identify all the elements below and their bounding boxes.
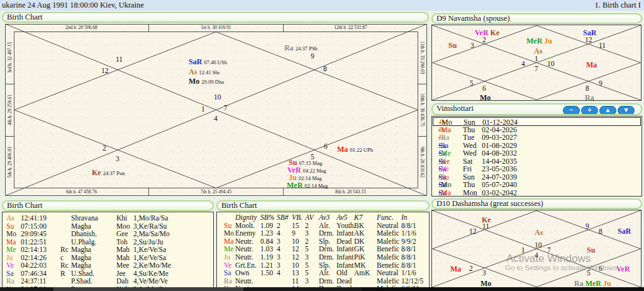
positions-table-title: Birth Chart (7, 201, 43, 210)
strength-cell: 3 (305, 253, 309, 261)
strength-cell: PiK (354, 253, 365, 261)
positions-table-header: Birth Chart (2, 200, 214, 211)
planet-name: Ra (6, 277, 14, 285)
planet-label: As (534, 45, 544, 56)
dasha-row[interactable]: Sa-SuSun24-07-2039 (433, 173, 641, 181)
dasha-expand-button[interactable]: + (581, 106, 598, 115)
dasha-row[interactable]: Sa-SaWed01-08-2029 (433, 141, 641, 149)
planet-label: Ma01:22 UPh (337, 143, 375, 154)
house-number: 4 (521, 60, 525, 67)
planet-name: Sa (224, 269, 231, 277)
planet-name: Ma (224, 237, 233, 245)
strength-header-row: DignitySB%SB#VB.AVAv3Av5K7Func.In (217, 214, 429, 222)
d10-chart-content: 121198110742365KeAsSaRSuMaVeRMoRaMeRJu (432, 210, 641, 287)
strength-cell: Malefic (377, 253, 399, 261)
planet-name: VeR (475, 28, 489, 37)
dasha-row[interactable]: Sa-KeSat14-04-2035 (433, 157, 641, 165)
dasha-row[interactable]: Ju-RaTue09-03-2027 (433, 133, 641, 141)
strength-cell: 12 (292, 253, 299, 261)
strength-cell: 5 (305, 269, 309, 277)
main-birth-chart[interactable]: 2nd h. 20 506.681st h. 30 416.9112th h. … (5, 24, 427, 196)
strength-cell: Alr. (319, 269, 330, 277)
house-number: 4 (214, 115, 218, 122)
position-cell: Toh (116, 238, 128, 246)
strength-cell: 8/8/1 (401, 245, 416, 253)
house-number: 5 (470, 79, 474, 87)
strength-cell: MK (354, 261, 366, 269)
strength-cell: Dead (336, 237, 352, 245)
strength-cell: Neutr. (235, 245, 253, 253)
position-cell: 07:46:34 (21, 270, 47, 277)
dasha-contract-button[interactable]: − (563, 106, 580, 115)
position-cell: U.Phalg. (71, 238, 96, 246)
position-cell: Dah (116, 277, 128, 285)
planet-name: SaR (583, 28, 596, 37)
dasha-row[interactable]: Sa-MoThu05-07-2040 (433, 180, 641, 188)
planet-name: Ve (224, 261, 231, 269)
planet-name: Ra (574, 279, 584, 288)
position-cell: 07:15:00 (21, 222, 47, 230)
planet-name: Mo (480, 93, 491, 102)
strength-cell: Grt.En. (235, 261, 257, 269)
d10-dashamsha-chart[interactable]: 121198110742365KeAsSaRSuMaVeRMoRaMeRJu (431, 210, 641, 288)
position-cell: 04:22:03 (21, 261, 47, 269)
position-cell: 12:41:19 (21, 214, 47, 222)
bottom-edge-bar (0, 287, 644, 291)
strength-cell: 11 (292, 277, 299, 285)
column-header: VB. (292, 214, 303, 221)
d9-navamsha-chart[interactable]: 321211141075698VeRKeSuMeRJuAsSaRMaMoRa (431, 25, 641, 101)
planet-name: Ke (92, 168, 101, 177)
house-number: 7 (224, 104, 228, 111)
position-row: Me02:14:13RcMaghaMah1,Ke/Ve/Sa (3, 246, 213, 254)
house-number: 6 (324, 142, 328, 150)
dasha-down-button[interactable]: ▼ (618, 106, 635, 115)
strength-cell: 9 (292, 229, 296, 237)
d9-chart-title: D9 Navamsha (spouse) (436, 14, 510, 23)
strength-row: JuNeutr.1.193123Drm.InfantPiKMalefic8/8/… (217, 253, 429, 261)
strength-cell: Benefic (377, 245, 399, 253)
strength-cell: 3 (305, 229, 309, 237)
vimshottari-list[interactable]: Ju-MoSun01-12-2024Ju-MaThu02-04-2026Ju-R… (431, 116, 642, 197)
dasha-up-button[interactable]: ▲ (599, 106, 616, 115)
planet-name: Ju (6, 254, 13, 261)
dasha-row[interactable]: Sa-MeWed04-08-2032 (433, 149, 641, 157)
strength-cell: 5 (305, 261, 309, 269)
planet-name: Ke (491, 28, 500, 37)
app-window: ukarine 24 Aug 1991 18:00:00 Kiev, Ukrai… (0, 0, 644, 291)
strength-cell: 4 (277, 245, 280, 253)
house-number: 1 (201, 105, 205, 113)
planet-label: MeR02:14 Mag (287, 179, 330, 190)
strength-cell: Neutr. (235, 253, 253, 261)
planet-name: Mo (189, 77, 199, 86)
strength-cell: 10 (292, 237, 299, 245)
title-bar: ukarine 24 Aug 1991 18:00:00 Kiev, Ukrai… (0, 0, 644, 11)
strength-cell: Neutral (377, 269, 398, 277)
position-cell: 2,Ma/Sa/Mo (133, 230, 170, 237)
position-cell: 2,Su/Ju/Ju (133, 238, 164, 246)
strength-row: MeNeutr.1.034125Drm.InfantGKBenefic8/8/1 (217, 245, 429, 253)
column-header: In (401, 214, 408, 221)
dasha-row[interactable]: Sa-MaMon03-02-2042 (433, 188, 641, 197)
position-row: As12:41:19ShravanaKhi1,Mo/Ra/Sa (3, 214, 213, 222)
planet-label: Ma (586, 59, 599, 70)
vimshottari-header: Vimshottari −+▲▼ (431, 103, 642, 115)
strength-cell: 0.84 (260, 237, 273, 245)
strength-cell: 9/9/2 (401, 237, 416, 245)
strength-cell: Alr. (319, 222, 330, 229)
main-chart-header: Birth Chart (2, 12, 429, 23)
position-cell: Mee (116, 261, 129, 269)
planet-name: Su (224, 222, 231, 229)
main-chart-title: Birth Chart (7, 13, 43, 21)
strength-cell: Infant (336, 261, 353, 269)
position-cell: 29:09:45 (21, 230, 47, 237)
planet-name: Ve (6, 261, 14, 269)
position-cell: 01:22:51 (21, 238, 47, 246)
d9-chart-content: 321211141075698VeRKeSuMeRJuAsSaRMaMoRa (432, 25, 641, 100)
dasha-row[interactable]: Ju-MaThu02-04-2026 (433, 125, 641, 134)
strength-cell: Slp. (319, 261, 330, 269)
dasha-row[interactable]: Sa-VeFri23-05-2036 (433, 164, 641, 173)
planet-name: Ke (482, 215, 491, 224)
planet-name: MeR (586, 279, 601, 288)
position-cell: c (60, 254, 64, 261)
position-row: Ve04:22:03RcMaghaMee2,Ke/Mo/Me (3, 261, 213, 270)
